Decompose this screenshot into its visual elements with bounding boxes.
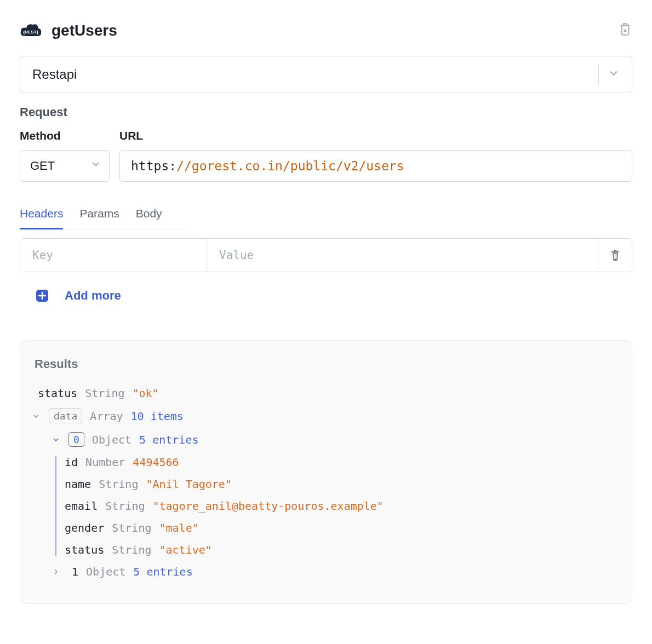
result-count: 5 entries bbox=[139, 433, 198, 446]
datasource-select[interactable]: Restapi bbox=[20, 56, 632, 93]
field-gender: gender String "male" bbox=[65, 521, 617, 534]
result-count: 10 items bbox=[131, 410, 184, 423]
header-key-input[interactable] bbox=[20, 239, 207, 272]
caret-right-icon[interactable] bbox=[51, 567, 61, 576]
method-label: Method bbox=[20, 129, 110, 142]
result-type: Object bbox=[92, 433, 131, 446]
url-prefix: https: bbox=[131, 159, 176, 173]
index-label: 1 bbox=[68, 565, 78, 578]
result-type: Array bbox=[90, 410, 123, 423]
header-value-input[interactable] bbox=[207, 239, 598, 272]
tree-line bbox=[55, 456, 56, 556]
url-path: //gorest.co.in/public/v2/users bbox=[176, 159, 404, 173]
svg-rect-3 bbox=[614, 250, 616, 251]
add-more-button[interactable] bbox=[36, 290, 48, 302]
page-title: getUsers bbox=[52, 22, 117, 39]
field-status: status String "active" bbox=[65, 543, 617, 556]
result-data-row[interactable]: data Array 10 items bbox=[31, 409, 617, 423]
result-value: "ok" bbox=[133, 387, 159, 400]
tab-params[interactable]: Params bbox=[79, 207, 119, 229]
header-kv-row bbox=[20, 238, 632, 272]
result-count: 5 entries bbox=[133, 565, 192, 578]
result-key: status bbox=[38, 387, 77, 400]
tab-headers[interactable]: Headers bbox=[20, 207, 63, 229]
url-input[interactable]: https://gorest.co.in/public/v2/users bbox=[119, 150, 632, 182]
chevron-down-icon bbox=[608, 67, 620, 82]
index-badge: 0 bbox=[68, 432, 84, 447]
result-status-row: status String "ok" bbox=[38, 387, 617, 400]
trash-icon[interactable] bbox=[598, 239, 632, 272]
field-name: name String "Anil Tagore" bbox=[65, 478, 617, 491]
svg-rect-6 bbox=[614, 254, 614, 259]
add-more-label[interactable]: Add more bbox=[65, 289, 121, 303]
delete-icon[interactable] bbox=[618, 22, 632, 39]
chevron-down-icon bbox=[90, 159, 101, 173]
result-type: String bbox=[85, 387, 124, 400]
datasource-value: Restapi bbox=[32, 67, 77, 82]
caret-down-icon[interactable] bbox=[31, 412, 41, 421]
select-divider bbox=[598, 64, 599, 85]
result-item-0[interactable]: 0 Object 5 entries bbox=[51, 432, 617, 447]
svg-rect-2 bbox=[611, 251, 619, 252]
method-select[interactable]: GET bbox=[20, 150, 110, 182]
url-label: URL bbox=[119, 129, 632, 142]
svg-rect-7 bbox=[615, 254, 615, 259]
data-badge: data bbox=[49, 409, 82, 423]
svg-rect-8 bbox=[616, 254, 616, 259]
method-value: GET bbox=[30, 159, 55, 173]
rest-api-icon: {REST} bbox=[20, 23, 42, 38]
result-type: Object bbox=[86, 565, 125, 578]
field-id: id Number 4494566 bbox=[65, 456, 617, 469]
result-item-1[interactable]: 1 Object 5 entries bbox=[51, 565, 617, 578]
results-panel: Results status String "ok" data Array 10… bbox=[20, 340, 632, 604]
svg-text:{REST}: {REST} bbox=[23, 30, 38, 34]
request-section-label: Request bbox=[20, 105, 632, 119]
caret-down-icon[interactable] bbox=[51, 435, 61, 444]
results-title: Results bbox=[35, 357, 617, 371]
field-email: email String "tagore_anil@beatty-pouros.… bbox=[65, 499, 617, 513]
tab-body[interactable]: Body bbox=[136, 207, 162, 229]
